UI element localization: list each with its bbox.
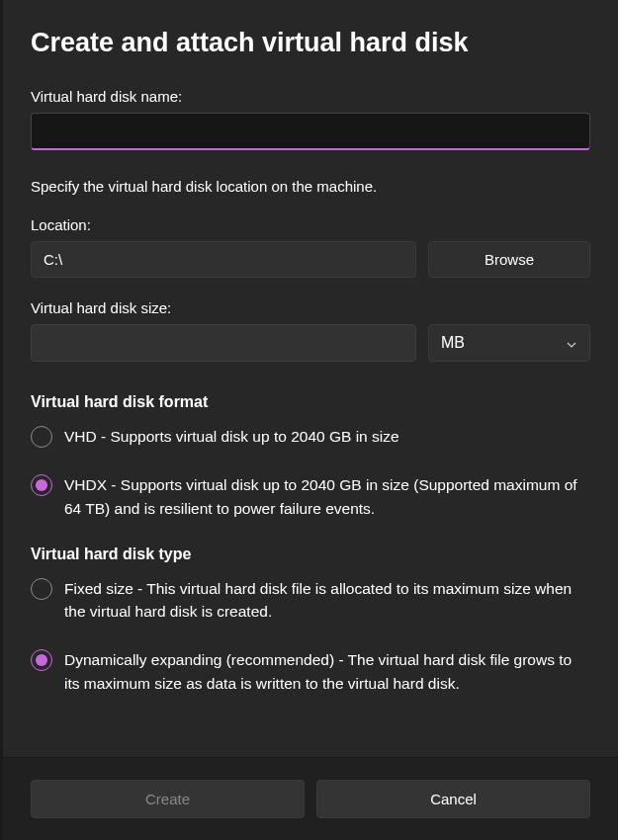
vhd-name-label: Virtual hard disk name: (31, 88, 590, 105)
type-section-title: Virtual hard disk type (31, 546, 590, 563)
radio-icon (31, 426, 52, 448)
helper-text: Specify the virtual hard disk location o… (31, 178, 590, 195)
radio-type-fixed[interactable]: Fixed size - This virtual hard disk file… (31, 577, 590, 624)
format-section-title: Virtual hard disk format (31, 393, 590, 411)
chevron-down-icon (566, 337, 577, 349)
size-row: MB (31, 324, 590, 362)
size-label: Virtual hard disk size: (31, 299, 590, 316)
location-label: Location: (31, 216, 590, 233)
size-input[interactable] (31, 324, 416, 362)
radio-type-dynamic[interactable]: Dynamically expanding (recommended) - Th… (31, 648, 590, 695)
radio-icon (31, 578, 52, 600)
radio-icon (31, 649, 52, 671)
radio-format-vhd[interactable]: VHD - Supports virtual disk up to 2040 G… (31, 425, 590, 448)
unit-select-value: MB (441, 334, 465, 352)
dialog-footer: Create Cancel (3, 757, 618, 840)
radio-label: Fixed size - This virtual hard disk file… (64, 577, 590, 624)
dialog-container: Create and attach virtual hard disk Virt… (0, 0, 618, 840)
radio-format-vhdx[interactable]: VHDX - Supports virtual disk up to 2040 … (31, 473, 590, 520)
vhd-name-input[interactable] (31, 113, 590, 150)
browse-button[interactable]: Browse (428, 241, 590, 278)
radio-label: Dynamically expanding (recommended) - Th… (64, 648, 590, 695)
radio-icon (31, 474, 52, 496)
unit-select[interactable]: MB (428, 324, 590, 362)
location-row: Browse (31, 241, 590, 278)
dialog-content: Create and attach virtual hard disk Virt… (3, 0, 618, 757)
dialog-title: Create and attach virtual hard disk (31, 28, 590, 58)
create-button[interactable]: Create (31, 780, 305, 818)
radio-label: VHDX - Supports virtual disk up to 2040 … (64, 473, 590, 520)
radio-label: VHD - Supports virtual disk up to 2040 G… (64, 425, 590, 448)
location-input[interactable] (31, 241, 416, 278)
cancel-button[interactable]: Cancel (316, 780, 590, 818)
